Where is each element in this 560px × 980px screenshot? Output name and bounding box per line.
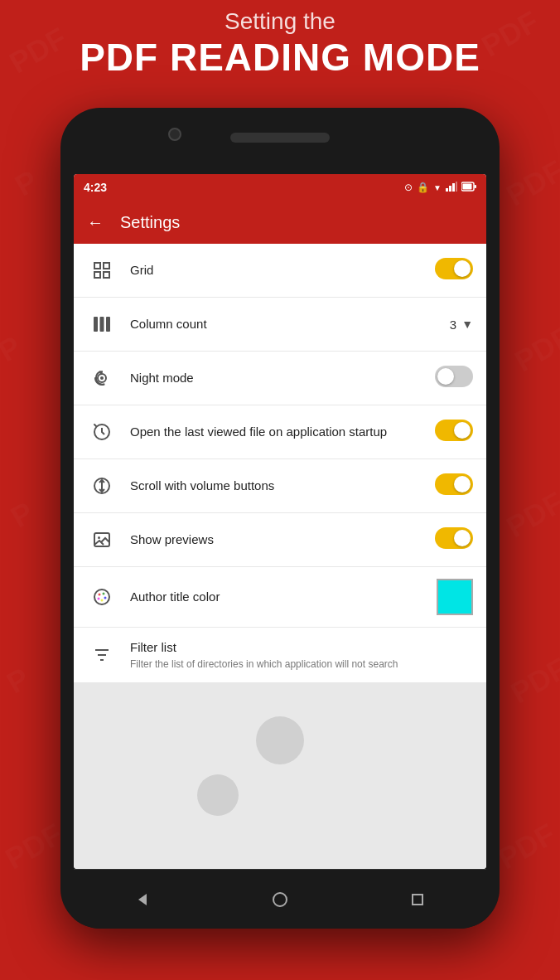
phone-device: 4:23 ⊙ 🔒 ▼ bbox=[60, 108, 500, 929]
open-last-label: Open the last viewed file on application… bbox=[130, 425, 387, 439]
svg-rect-9 bbox=[94, 272, 100, 278]
scroll-volume-label: Scroll with volume buttons bbox=[130, 478, 274, 492]
svg-rect-13 bbox=[106, 317, 110, 332]
open-last-toggle[interactable] bbox=[435, 420, 473, 444]
svg-rect-5 bbox=[475, 185, 477, 188]
status-bar: 4:23 ⊙ 🔒 ▼ bbox=[74, 174, 486, 201]
filter-list-sublabel: Filter the list of directories in which … bbox=[130, 657, 473, 672]
palette-icon bbox=[87, 582, 117, 612]
night-mode-toggle[interactable] bbox=[435, 366, 473, 391]
svg-point-25 bbox=[98, 598, 100, 600]
svg-rect-12 bbox=[100, 317, 104, 332]
app-toolbar: ← Settings bbox=[74, 201, 486, 244]
nav-home-button[interactable] bbox=[268, 888, 292, 911]
grid-icon bbox=[87, 255, 117, 285]
svg-point-23 bbox=[103, 593, 105, 595]
night-mode-label: Night mode bbox=[130, 371, 194, 385]
nav-back-button[interactable] bbox=[131, 888, 154, 911]
phone-nav-bar bbox=[74, 869, 486, 929]
author-color-label: Author title color bbox=[130, 589, 220, 604]
scroll-volume-toggle[interactable] bbox=[435, 473, 473, 498]
svg-point-20 bbox=[98, 536, 100, 539]
svg-rect-2 bbox=[452, 183, 455, 192]
svg-marker-30 bbox=[138, 894, 147, 905]
filter-list-label: Filter list bbox=[130, 639, 473, 656]
column-count-value: 3 bbox=[450, 318, 456, 332]
phone-camera bbox=[168, 128, 181, 141]
settings-item-column-count[interactable]: Column count 3 ▼ bbox=[74, 298, 486, 352]
settings-item-scroll-volume[interactable]: Scroll with volume buttons bbox=[74, 459, 486, 513]
settings-item-open-last[interactable]: Open the last viewed file on application… bbox=[74, 405, 486, 459]
svg-point-22 bbox=[99, 594, 101, 596]
settings-item-filter-list[interactable]: Filter list Filter the list of directori… bbox=[74, 628, 486, 683]
status-time: 4:23 bbox=[84, 181, 107, 194]
status-circle-icon: ⊙ bbox=[404, 182, 413, 193]
settings-item-show-previews[interactable]: Show previews bbox=[74, 513, 486, 567]
filter-icon bbox=[87, 640, 117, 670]
svg-rect-6 bbox=[463, 183, 472, 189]
svg-rect-0 bbox=[446, 188, 448, 192]
svg-rect-10 bbox=[104, 272, 109, 278]
svg-rect-8 bbox=[104, 263, 109, 269]
status-wifi-icon: ▼ bbox=[433, 183, 442, 192]
page-header: Setting the PDF READING MODE bbox=[0, 8, 560, 80]
svg-point-26 bbox=[101, 599, 104, 602]
bottom-circle-1 bbox=[256, 716, 304, 764]
toolbar-title: Settings bbox=[120, 213, 180, 232]
nav-recent-button[interactable] bbox=[406, 888, 429, 911]
dropdown-arrow-icon[interactable]: ▼ bbox=[461, 318, 473, 331]
settings-item-author-color[interactable]: Author title color bbox=[74, 567, 486, 628]
column-count-label: Column count bbox=[130, 317, 207, 331]
author-color-swatch[interactable] bbox=[437, 579, 473, 615]
svg-rect-1 bbox=[449, 186, 451, 192]
status-icons: ⊙ 🔒 ▼ bbox=[404, 182, 476, 194]
status-lock-icon: 🔒 bbox=[417, 182, 429, 193]
column-count-control[interactable]: 3 ▼ bbox=[450, 318, 473, 332]
svg-rect-3 bbox=[456, 182, 457, 192]
back-button[interactable]: ← bbox=[87, 213, 104, 232]
svg-point-15 bbox=[100, 376, 104, 380]
svg-rect-7 bbox=[94, 263, 100, 269]
night-icon bbox=[87, 363, 117, 393]
phone-speaker bbox=[230, 133, 330, 143]
settings-item-night-mode[interactable]: Night mode bbox=[74, 352, 486, 405]
show-previews-toggle[interactable] bbox=[435, 527, 473, 552]
show-previews-label: Show previews bbox=[130, 532, 214, 546]
svg-point-21 bbox=[94, 589, 109, 604]
header-top-line: Setting the bbox=[0, 8, 560, 35]
columns-icon bbox=[87, 309, 117, 339]
svg-rect-11 bbox=[94, 317, 98, 332]
svg-point-24 bbox=[104, 597, 107, 599]
status-signal-icon bbox=[446, 182, 457, 194]
bottom-area bbox=[74, 683, 486, 869]
svg-point-31 bbox=[273, 893, 287, 906]
settings-item-grid[interactable]: Grid bbox=[74, 244, 486, 298]
settings-list: Grid bbox=[74, 244, 486, 683]
header-main-line: PDF READING MODE bbox=[0, 35, 560, 80]
phone-screen: 4:23 ⊙ 🔒 ▼ bbox=[74, 174, 486, 869]
scroll-icon bbox=[87, 471, 117, 501]
status-battery-icon bbox=[461, 182, 476, 194]
grid-label: Grid bbox=[130, 263, 153, 277]
grid-toggle[interactable] bbox=[435, 258, 473, 283]
history-icon bbox=[87, 417, 117, 447]
bottom-circle-2 bbox=[197, 774, 239, 816]
svg-rect-32 bbox=[413, 895, 422, 905]
image-icon bbox=[87, 525, 117, 555]
